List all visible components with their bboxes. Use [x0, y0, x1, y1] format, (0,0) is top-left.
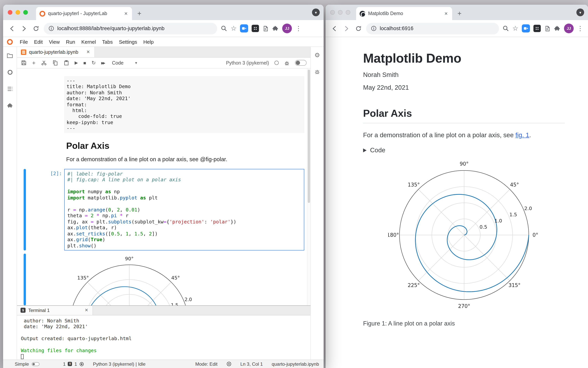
table-of-contents-icon[interactable] — [7, 86, 13, 92]
video-call-extension-icon[interactable] — [240, 24, 248, 32]
reload-button[interactable] — [32, 24, 40, 33]
output-collapser[interactable] — [24, 254, 26, 305]
minimize-window-button[interactable] — [16, 10, 20, 15]
minimize-window-button[interactable] — [338, 10, 343, 15]
cell-collapser[interactable] — [24, 76, 26, 133]
bookmark-star-icon[interactable]: ☆ — [512, 25, 519, 32]
raw-cell-editor[interactable]: --- title: Matplotlib Demo author: Norah… — [64, 76, 304, 133]
forward-button[interactable] — [342, 24, 351, 33]
jupyter-logo — [7, 39, 13, 45]
profile-avatar[interactable]: JJ — [564, 24, 574, 33]
address-bar[interactable]: localhost:6916 — [366, 23, 499, 34]
notebook-mode[interactable]: Mode: Edit — [195, 361, 218, 367]
close-window-button[interactable] — [330, 10, 335, 15]
extensions-puzzle-icon[interactable] — [554, 25, 560, 32]
notebook-scroll-area[interactable]: --- title: Matplotlib Demo author: Norah… — [17, 68, 310, 305]
menu-help[interactable]: Help — [140, 39, 157, 45]
kernel-sessions-icon[interactable] — [79, 362, 84, 366]
cell-collapser[interactable] — [24, 140, 26, 163]
tab-search-button[interactable]: ▾ — [312, 9, 320, 16]
document-extension-icon[interactable] — [263, 25, 269, 31]
tab-strip-right: Matplotlib Demo ✕ + ▾ — [326, 5, 588, 20]
add-cell-icon[interactable]: + — [32, 60, 36, 66]
tab-strip-left: quarto-jupyterl - JupyterLab ✕ + ▾ — [3, 5, 324, 20]
browser-tab-jupyterlab[interactable]: quarto-jupyterl - JupyterLab ✕ — [36, 7, 132, 20]
active-cell-collapser[interactable] — [24, 169, 26, 250]
browser-menu-icon[interactable]: ⋮ — [296, 25, 302, 32]
terminals-count[interactable]: 1 — [63, 361, 65, 367]
cell-type-select[interactable]: Code ▾ — [112, 60, 137, 65]
run-cell-icon[interactable]: ▶ — [75, 60, 78, 65]
kernel-status-icon[interactable] — [274, 61, 279, 65]
bookmark-star-icon[interactable]: ☆ — [231, 25, 237, 32]
notebook-tab[interactable]: quarto-jupyterlab.ipynb ✕ — [17, 47, 95, 57]
fullscreen-window-button[interactable] — [23, 10, 28, 15]
reload-button[interactable] — [354, 24, 363, 33]
grid-extension-icon[interactable] — [533, 25, 541, 32]
restart-kernel-icon[interactable]: ↻ — [92, 60, 96, 66]
close-tab-icon[interactable]: ✕ — [124, 11, 128, 17]
close-terminal-icon[interactable]: ✕ — [84, 307, 89, 313]
fullscreen-window-button[interactable] — [346, 10, 350, 15]
terminal-status-icon[interactable]: $ — [68, 362, 72, 366]
cursor-position[interactable]: Ln 3, Col 1 — [240, 361, 263, 367]
notebook-scrollbar[interactable] — [307, 68, 310, 305]
kernels-count[interactable]: 1 — [75, 361, 77, 367]
scrollbar-thumb[interactable] — [308, 70, 310, 203]
address-bar[interactable]: localhost:8888/lab/tree/quarto-jupyterla… — [44, 23, 217, 34]
menu-settings[interactable]: Settings — [116, 39, 140, 45]
simple-mode-toggle[interactable] — [31, 362, 39, 366]
stop-kernel-icon[interactable]: ■ — [83, 60, 86, 65]
menu-run[interactable]: Run — [63, 39, 78, 45]
copy-cell-icon[interactable] — [52, 60, 58, 66]
property-inspector-gear-icon[interactable]: ⚙ — [315, 51, 320, 59]
new-tab-button[interactable]: + — [134, 8, 145, 19]
search-icon[interactable] — [502, 25, 509, 32]
new-tab-button[interactable]: + — [454, 8, 464, 19]
menu-edit[interactable]: Edit — [31, 39, 46, 45]
forward-button[interactable] — [20, 24, 28, 33]
grid-extension-icon[interactable] — [252, 25, 259, 32]
paste-cell-icon[interactable] — [64, 60, 69, 66]
terminal-tab[interactable]: $ Terminal 1 ✕ — [17, 306, 93, 315]
close-notebook-tab-icon[interactable]: ✕ — [86, 49, 91, 55]
search-icon[interactable] — [221, 25, 227, 32]
debugger-bug-icon[interactable] — [284, 60, 289, 65]
menu-view[interactable]: View — [46, 39, 63, 45]
close-window-button[interactable] — [8, 10, 12, 15]
profile-avatar[interactable]: JJ — [282, 24, 292, 33]
menu-file[interactable]: File — [17, 39, 31, 45]
browser-tab-preview[interactable]: Matplotlib Demo ✕ — [356, 7, 452, 20]
notification-icon[interactable] — [226, 361, 231, 367]
page-author: Norah Smith — [363, 71, 565, 78]
file-browser-icon[interactable] — [7, 52, 13, 59]
site-info-icon[interactable] — [371, 26, 377, 31]
extensions-puzzle-icon[interactable] — [272, 25, 279, 32]
back-button[interactable] — [330, 24, 339, 33]
kernel-status-text[interactable]: Python 3 (ipykernel) | Idle — [93, 361, 145, 367]
kernel-name[interactable]: Python 3 (ipykernel) — [226, 60, 269, 65]
running-sessions-icon[interactable] — [7, 69, 13, 75]
document-extension-icon[interactable] — [544, 25, 550, 31]
restart-run-all-icon[interactable]: ▶▶ — [101, 61, 104, 65]
tab-search-button[interactable]: ▾ — [576, 9, 584, 16]
extension-manager-icon[interactable] — [7, 102, 13, 109]
session-counts[interactable]: 1 $ 1 — [63, 361, 84, 367]
menu-kernel[interactable]: Kernel — [78, 39, 99, 45]
desktop: quarto-jupyterl - JupyterLab ✕ + ▾ local… — [0, 0, 588, 368]
figure-link[interactable]: fig. 1 — [515, 131, 529, 138]
site-info-icon[interactable] — [48, 26, 54, 31]
terminal-output[interactable]: author: Norah Smith date: 'May 22nd, 202… — [17, 315, 310, 359]
debugger-sidebar-bug-icon[interactable] — [314, 69, 320, 75]
save-icon[interactable] — [21, 60, 27, 66]
code-fold-summary[interactable]: Code — [363, 147, 565, 154]
toolbar-toggle[interactable] — [295, 60, 307, 66]
code-cell: [2]: #| label: fig-polar#| fig.cap: A li… — [17, 169, 310, 250]
back-button[interactable] — [8, 24, 16, 33]
cut-cell-icon[interactable] — [41, 60, 47, 66]
menu-tabs[interactable]: Tabs — [99, 39, 116, 45]
close-tab-icon[interactable]: ✕ — [443, 11, 449, 17]
video-call-extension-icon[interactable] — [522, 24, 530, 32]
browser-menu-icon[interactable]: ⋮ — [577, 25, 583, 32]
code-editor[interactable]: #| label: fig-polar#| fig.cap: A line pl… — [64, 169, 304, 250]
